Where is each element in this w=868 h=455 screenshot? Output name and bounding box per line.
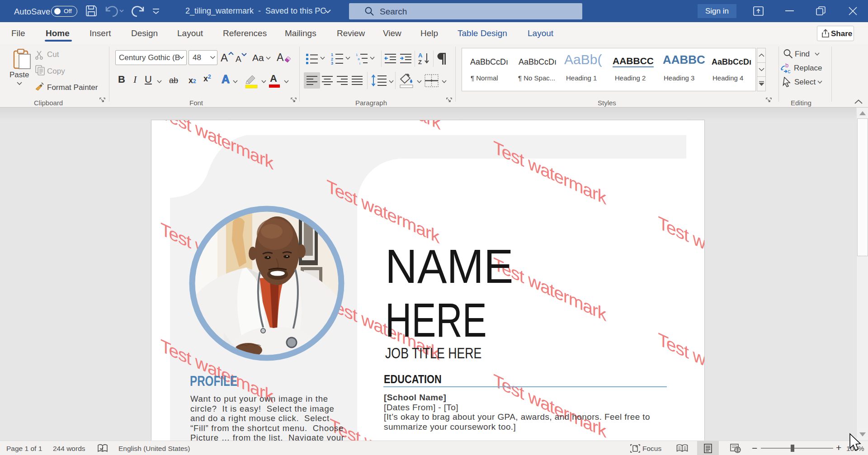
svg-text:1: 1 [331,52,333,57]
svg-text:1: 1 [356,53,358,57]
svg-text:3: 3 [331,61,333,65]
svg-text:Test watermark: Test watermark [658,329,704,401]
svg-text:a: a [358,57,360,61]
svg-text:Test watermark: Test watermark [328,120,441,134]
svg-text:i: i [359,61,360,65]
svg-text:Z: Z [418,59,422,66]
svg-text:Test watermark: Test watermark [658,212,704,284]
svg-text:c: c [788,68,791,74]
svg-text:A: A [418,52,423,59]
